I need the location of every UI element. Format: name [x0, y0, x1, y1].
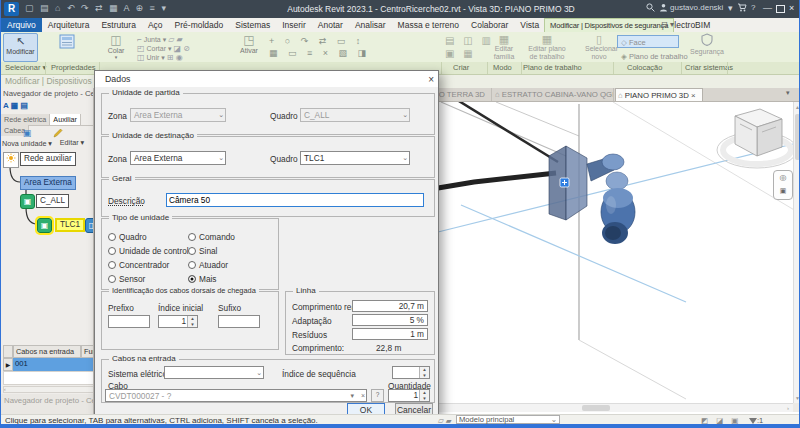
dialog-close-icon[interactable]: × — [428, 72, 434, 88]
tlc-node-icon[interactable]: ▣ — [37, 218, 52, 233]
placement-face-button[interactable]: ◇ Face — [617, 35, 679, 48]
quantidade-spinner[interactable]: 1▲▼ — [388, 389, 430, 402]
radio-sinal[interactable]: Sinal — [188, 246, 217, 256]
tab-pre-moldado[interactable]: Pré-moldado — [169, 18, 230, 32]
tool-junta[interactable]: ⌐ Junta ▾ ▱ ▰ — [137, 35, 183, 44]
pick-new-button[interactable]: ▯ Selecionar novo — [585, 33, 613, 61]
paste-button[interactable]: ◫ Colar ▾ — [103, 33, 129, 60]
node-rede-auxiliar[interactable]: Rede auxiliar — [20, 152, 76, 166]
device-node-icon[interactable]: ◫ — [85, 218, 94, 233]
create-panel-label[interactable]: Criar — [453, 63, 469, 72]
cart-icon[interactable] — [737, 3, 747, 14]
tab-massa-terreno[interactable]: Massa e terreno — [392, 18, 465, 32]
tab-sistemas[interactable]: Sistemas — [229, 18, 276, 32]
edit-family-button[interactable]: ▦ Editar família — [490, 33, 518, 61]
tab-modificar-contextual[interactable]: Modificar | Dispositivos de segurança — [544, 18, 674, 32]
table-header-funcao[interactable]: Funç — [81, 345, 94, 358]
dialog-title-bar[interactable]: Dados × — [95, 71, 438, 87]
tab-inserir[interactable]: Inserir — [276, 18, 312, 32]
indice-inicial-spinner[interactable]: 1▲▼ — [158, 315, 198, 328]
create-systems-panel-label[interactable]: Criar sistemas — [685, 63, 733, 72]
activate-button[interactable]: ◳ Ativar — [235, 33, 263, 54]
node-tlc1[interactable]: TLC1 — [55, 218, 85, 232]
sufixo-input[interactable] — [218, 315, 260, 328]
cabo-combo[interactable]: CVDT000027 - ?▾× — [105, 389, 367, 402]
tab-aco[interactable]: Aço — [142, 18, 169, 32]
radio-mais-selected[interactable]: Mais — [188, 274, 217, 284]
adaptacao-value[interactable]: 5 % — [352, 314, 428, 326]
restore-button[interactable] — [776, 5, 785, 15]
prefixo-input[interactable] — [108, 315, 150, 328]
mode-panel-label[interactable]: Modo — [493, 63, 512, 72]
sistema-eletrico-combo[interactable]: ⌄ — [164, 366, 264, 379]
radio-unidade-controle[interactable]: Unidade de controle — [108, 246, 193, 256]
tool-unir[interactable]: ◫ Unir ▾ ⊞ ◉ — [137, 53, 183, 62]
viewcube[interactable] — [717, 109, 797, 168]
tab-vista[interactable]: Vista — [514, 18, 545, 32]
search-icon[interactable] — [646, 3, 655, 14]
residuos-value[interactable]: 1 m — [352, 328, 428, 340]
minimize-button[interactable]: — — [763, 3, 772, 13]
table-header-cabos[interactable]: Cabos na entrada — [13, 345, 81, 358]
transform-tools-row1[interactable]: + ○ ↷ ⇄ ▭ ↕ — [269, 36, 364, 46]
radio-atuador[interactable]: Atuador — [188, 260, 228, 270]
pan-tool-icon[interactable]: ▣ — [774, 184, 792, 197]
hscroll-thumb[interactable] — [582, 405, 610, 411]
tab-colaborar[interactable]: Colaborar — [465, 18, 514, 32]
node-area-externa[interactable]: Area Externa — [20, 176, 76, 190]
table-hscrollbar[interactable]: ‹ — [3, 386, 94, 393]
placement-panel-label[interactable]: Colocação — [627, 63, 662, 72]
close-tab-icon[interactable]: × — [691, 91, 696, 100]
tab-anotar[interactable]: Anotar — [312, 18, 349, 32]
radio-quadro[interactable]: Quadro — [108, 232, 147, 242]
properties-panel-label[interactable]: Propriedades — [51, 63, 96, 72]
panel-node-icon[interactable]: ▣ — [20, 194, 35, 209]
tool-cortar[interactable]: ◰ Cortar ▾ ◪ ⊘ — [137, 44, 190, 53]
vertical-scrollbar[interactable]: ▲ ▼ — [793, 102, 800, 403]
edit-workplane-button[interactable]: ▦ Editar plano de trabalho — [525, 33, 569, 61]
close-button[interactable]: × — [789, 3, 794, 13]
design-options-combo[interactable]: Modelo principal⌄ — [456, 415, 560, 424]
cabo-help-button[interactable]: ? — [371, 389, 384, 402]
security-system-button[interactable]: Segurança — [689, 33, 725, 56]
properties-button[interactable] — [53, 34, 81, 51]
select-panel-label[interactable]: Selecionar ▾ — [5, 63, 46, 72]
tab-analisar[interactable]: Analisar — [349, 18, 392, 32]
tab-arquitetura[interactable]: Arquitetura — [42, 18, 96, 32]
security-camera-device[interactable] — [549, 146, 635, 244]
create-panel-icons-row2[interactable]: ▣ ▦ — [445, 48, 476, 59]
tab-list-chevron-icon[interactable]: ▾ — [786, 89, 790, 97]
vscroll-thumb[interactable] — [795, 114, 800, 160]
modify-button[interactable]: ↖ Modificar — [3, 33, 38, 62]
table-row[interactable]: 001 — [13, 358, 94, 371]
view-tab-estratto[interactable]: ⌂ESTRATTO CABINA-VANO QGBT_ET... — [493, 88, 614, 101]
quick-access-toolbar-icons[interactable]: ▢ ▤ ⌂ ↶ ↷ ⇄ ▦ A ⊕ ≡ ▾ — [25, 3, 168, 13]
radio-comando[interactable]: Comando — [188, 232, 235, 242]
steering-wheel-icon[interactable]: ◎ — [774, 171, 792, 184]
comprimento-real-value[interactable]: 20,7 m — [352, 300, 428, 312]
workplane-panel-label[interactable]: Plano de trabalho — [523, 63, 582, 72]
help-icon[interactable]: ? — [751, 3, 755, 12]
ribbon-display-toggle-icon[interactable]: ⊡ ▾ — [661, 20, 674, 29]
selection-handle-icon[interactable] — [560, 178, 569, 187]
tab-estrutura[interactable]: Estrutura — [95, 18, 142, 32]
user-icon[interactable] — [659, 3, 668, 14]
navigation-bar[interactable]: ◎ ▣ — [773, 170, 793, 200]
indice-sequencia-spinner[interactable]: ▲▼ — [392, 366, 430, 379]
quadro-destinacao-combo[interactable]: TLC1⌄ — [300, 151, 410, 165]
sun-icon[interactable] — [3, 152, 19, 168]
descricao-input[interactable] — [166, 193, 424, 207]
create-panel-icons-row1[interactable]: ▤ ◫ ▥ — [445, 35, 494, 46]
group-linha: Linha Comprimento real: 20,7 m Adaptação… — [285, 291, 435, 355]
chevron-down-icon[interactable]: ▾ — [728, 3, 733, 13]
placement-workplane-button[interactable]: ◈ Plano de trabalho — [617, 49, 679, 62]
zona-destinacao-combo[interactable]: Area Externa⌄ — [130, 151, 226, 165]
radio-concentrador[interactable]: Concentrador — [108, 260, 169, 270]
revit-logo-icon[interactable]: R — [4, 2, 19, 16]
view-tab-piano-primo-active[interactable]: ⌂PIANO PRIMO 3D × — [615, 88, 703, 101]
tab-arquivo[interactable]: Arquivo — [1, 18, 42, 32]
transform-tools-row2[interactable]: ▦ ▭ ≡ × ▧ ◨ — [269, 48, 370, 58]
radio-sensor[interactable]: Sensor — [108, 274, 145, 284]
node-c-all[interactable]: C_ALL — [36, 194, 69, 208]
account-name[interactable]: gustavo.denski — [670, 3, 723, 12]
